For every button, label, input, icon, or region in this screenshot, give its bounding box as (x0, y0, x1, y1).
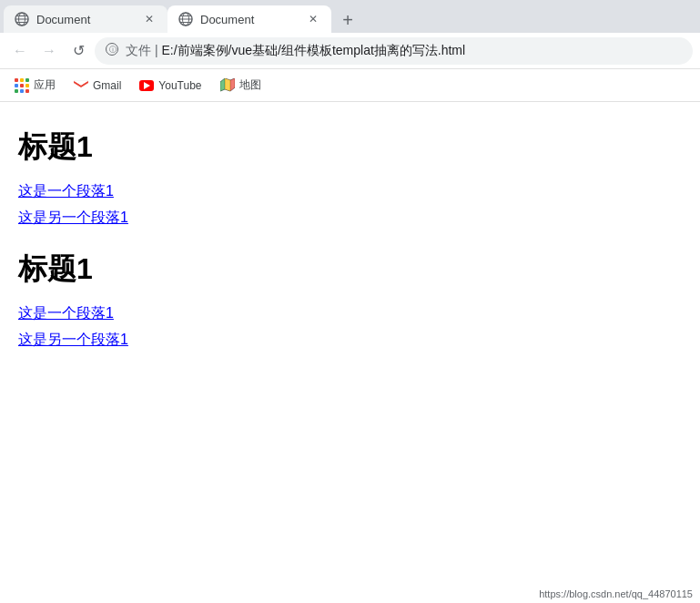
gmail-label: Gmail (93, 79, 121, 92)
paragraph-2-2: 这是另一个段落1 (18, 331, 682, 350)
reload-button[interactable]: ↺ (66, 38, 91, 64)
tab-title-1: Document (36, 13, 135, 26)
bookmark-apps[interactable]: 应用 (7, 74, 63, 97)
new-tab-button[interactable]: + (335, 7, 360, 33)
bookmark-youtube[interactable]: YouTube (132, 75, 208, 97)
back-button[interactable]: ← (7, 38, 33, 64)
tab-close-1[interactable]: ✕ (142, 12, 157, 26)
youtube-icon (139, 78, 154, 93)
address-lock-icon: ⓘ (106, 43, 118, 58)
svg-marker-18 (230, 78, 235, 91)
tab-close-2[interactable]: ✕ (306, 12, 320, 26)
maps-label: 地图 (239, 77, 261, 93)
svg-marker-17 (225, 78, 230, 91)
paragraph-1-1: 这是一个段落1 (18, 182, 682, 201)
tab-globe-icon-1 (15, 12, 29, 26)
maps-icon (220, 78, 235, 93)
status-url: https://blog.csdn.net/qq_44870115 (539, 588, 693, 599)
paragraph-1-2: 这是另一个段落1 (18, 209, 682, 228)
apps-grid-icon (15, 78, 29, 93)
status-bar: https://blog.csdn.net/qq_44870115 (539, 588, 693, 599)
browser-tab-2[interactable]: Document ✕ (167, 5, 331, 33)
apps-label: 应用 (34, 77, 56, 93)
gmail-icon (74, 78, 88, 93)
heading-1: 标题1 (18, 128, 682, 168)
bookmark-maps[interactable]: 地图 (213, 74, 269, 97)
tab-bar: Document ✕ Document ✕ + (0, 0, 700, 33)
paragraph-2-1: 这是一个段落1 (18, 304, 682, 323)
address-path: E:/前端案例/vue基础/组件模板templat抽离的写法.html (161, 43, 465, 57)
tab-title-2: Document (200, 13, 299, 26)
nav-bar: ← → ↺ ⓘ 文件 | E:/前端案例/vue基础/组件模板templat抽离… (0, 33, 700, 69)
svg-marker-16 (220, 78, 225, 91)
component-block-2: 标题1 这是一个段落1 这是另一个段落1 (18, 250, 682, 350)
bookmark-gmail[interactable]: Gmail (66, 75, 128, 97)
youtube-label: YouTube (158, 79, 201, 92)
address-bar[interactable]: ⓘ 文件 | E:/前端案例/vue基础/组件模板templat抽离的写法.ht… (95, 37, 693, 65)
bookmarks-bar: 应用 Gmail YouTube (0, 69, 700, 102)
browser-frame: Document ✕ Document ✕ + ← → ↺ (0, 0, 700, 603)
component-block-1: 标题1 这是一个段落1 这是另一个段落1 (18, 128, 682, 228)
heading-2: 标题1 (18, 250, 682, 290)
tab-globe-icon-2 (178, 12, 193, 26)
forward-button[interactable]: → (36, 38, 62, 64)
address-text: 文件 | E:/前端案例/vue基础/组件模板templat抽离的写法.html (126, 43, 682, 59)
svg-text:ⓘ: ⓘ (109, 46, 117, 54)
browser-tab-1[interactable]: Document ✕ (4, 5, 167, 33)
page-content: 标题1 这是一个段落1 这是另一个段落1 标题1 这是一个段落1 这是另一个段落… (0, 102, 700, 603)
address-file-prefix: 文件 | (126, 43, 161, 57)
